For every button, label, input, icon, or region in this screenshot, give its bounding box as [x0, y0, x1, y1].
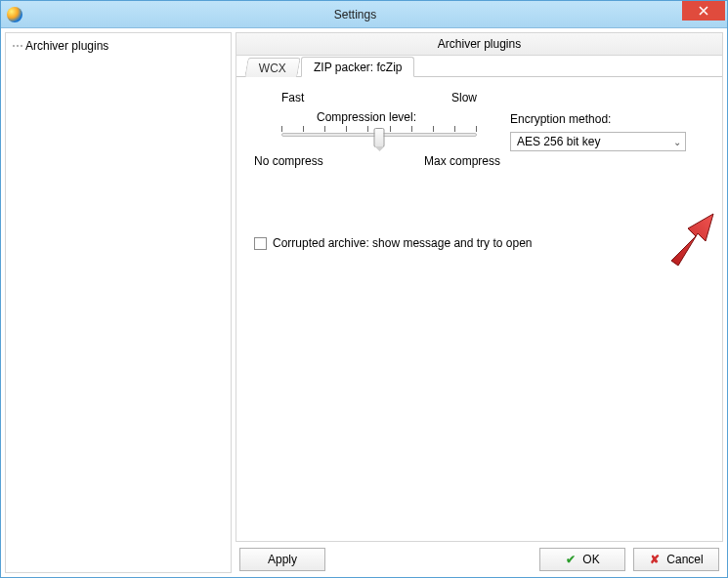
panel-heading: Archiver plugins [236, 32, 723, 56]
sidebar-tree: ⋯ Archiver plugins [5, 32, 232, 573]
settings-window: Settings ⋯ Archiver plugins Archiver plu… [0, 0, 728, 578]
window-body: ⋯ Archiver plugins Archiver plugins WCX … [1, 28, 727, 577]
app-icon [7, 7, 22, 22]
apply-label: Apply [268, 553, 297, 566]
corrupted-archive-checkbox[interactable] [254, 237, 267, 250]
tabs-container: WCX ZIP packer: fcZip Fast Slow Compress… [236, 56, 723, 542]
encryption-block: Encryption method: AES 256 bit key ⌄ [510, 112, 686, 151]
cancel-label: Cancel [666, 553, 703, 566]
window-title: Settings [28, 8, 682, 21]
slider-thumb[interactable] [374, 128, 385, 147]
sidebar-item-archiver-plugins[interactable]: ⋯ Archiver plugins [8, 37, 229, 55]
cancel-button[interactable]: ✘ Cancel [633, 548, 719, 571]
compression-slider[interactable] [281, 126, 477, 137]
tree-expand-icon: ⋯ [12, 39, 23, 53]
corrupted-archive-row[interactable]: Corrupted archive: show message and try … [254, 236, 705, 250]
speed-labels: Fast Slow [281, 91, 477, 104]
encryption-label: Encryption method: [510, 112, 686, 126]
tab-zip-packer[interactable]: ZIP packer: fcZip [301, 57, 414, 77]
button-bar: Apply ✔ OK ✘ Cancel [236, 542, 723, 573]
no-compress-label: No compress [254, 154, 323, 168]
close-icon [699, 6, 708, 16]
tab-wcx[interactable]: WCX [244, 58, 301, 77]
tab-content: Fast Slow Compression level: No compress [236, 77, 722, 541]
encryption-select[interactable]: AES 256 bit key ⌄ [510, 132, 686, 151]
fast-label: Fast [281, 91, 304, 104]
titlebar: Settings [1, 1, 727, 28]
sidebar-item-label: Archiver plugins [25, 39, 108, 53]
right-panel: Archiver plugins WCX ZIP packer: fcZip F… [236, 32, 723, 573]
ok-label: OK [582, 553, 599, 566]
x-icon: ✘ [649, 554, 661, 565]
slider-track [281, 133, 477, 137]
compress-labels: No compress Max compress [254, 154, 500, 168]
close-button[interactable] [682, 1, 725, 21]
max-compress-label: Max compress [424, 154, 500, 168]
tabstrip: WCX ZIP packer: fcZip [236, 56, 722, 77]
check-icon: ✔ [565, 554, 577, 565]
apply-button[interactable]: Apply [239, 548, 325, 571]
corrupted-archive-label: Corrupted archive: show message and try … [273, 236, 532, 250]
compression-title: Compression level: [254, 110, 479, 124]
slow-label: Slow [451, 91, 477, 104]
encryption-selected: AES 256 bit key [517, 135, 600, 148]
tab-label: WCX [259, 62, 286, 75]
ok-button[interactable]: ✔ OK [539, 548, 625, 571]
tab-label: ZIP packer: fcZip [314, 61, 402, 74]
chevron-down-icon: ⌄ [673, 137, 681, 147]
